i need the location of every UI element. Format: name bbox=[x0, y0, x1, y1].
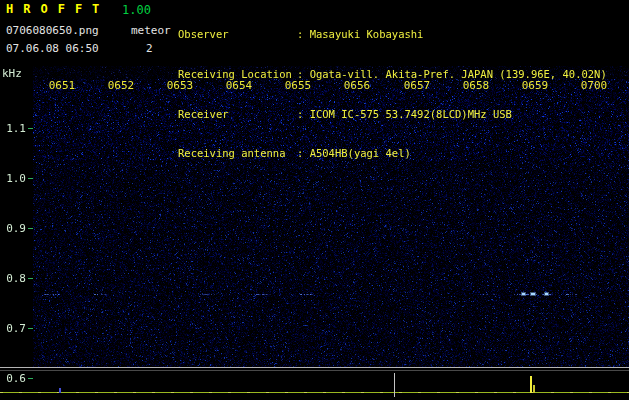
station-row-label: Receiver bbox=[178, 108, 297, 121]
freq-tick bbox=[28, 228, 33, 229]
station-row: Receiver: ICOM IC-575 53.7492(8LCD)MHz U… bbox=[178, 108, 607, 121]
freq-label: 0.9 bbox=[4, 222, 26, 235]
freq-tick bbox=[28, 278, 33, 279]
freq-tick bbox=[28, 178, 33, 179]
app-title: HROFFT bbox=[6, 2, 109, 16]
time-label: 0700 bbox=[579, 79, 609, 92]
signal-baseline bbox=[0, 392, 629, 393]
time-label: 0652 bbox=[106, 79, 136, 92]
level-spike bbox=[394, 373, 395, 397]
output-filename: 0706080650.png bbox=[6, 24, 99, 37]
freq-label: 1.1 bbox=[4, 122, 26, 135]
time-label: 0659 bbox=[520, 79, 550, 92]
freq-label: 0.7 bbox=[4, 322, 26, 335]
station-row-label: Receiving antenna bbox=[178, 147, 297, 160]
freq-label: 0.6 bbox=[4, 372, 26, 385]
time-label: 0654 bbox=[224, 79, 254, 92]
time-label: 0656 bbox=[342, 79, 372, 92]
freq-tick bbox=[28, 378, 33, 379]
station-row-value: : Masayuki Kobayashi bbox=[297, 28, 423, 40]
station-row-value: : ICOM IC-575 53.7492(8LCD)MHz USB bbox=[297, 108, 512, 120]
station-row: Observer: Masayuki Kobayashi bbox=[178, 28, 607, 41]
level-spike bbox=[530, 376, 532, 393]
freq-axis-unit: kHz bbox=[2, 67, 22, 80]
station-row: Receiving antenna: A504HB(yagi 4el) bbox=[178, 147, 607, 160]
time-label: 0653 bbox=[165, 79, 195, 92]
app-version: 1.00 bbox=[122, 3, 151, 17]
freq-label: 1.0 bbox=[4, 172, 26, 185]
freq-tick bbox=[28, 328, 33, 329]
time-label: 0651 bbox=[47, 79, 77, 92]
freq-label: 0.8 bbox=[4, 272, 26, 285]
time-label: 0657 bbox=[402, 79, 432, 92]
station-row-value: : A504HB(yagi 4el) bbox=[297, 147, 411, 159]
station-row-label: Observer bbox=[178, 28, 297, 41]
time-label: 0655 bbox=[283, 79, 313, 92]
time-label: 0658 bbox=[461, 79, 491, 92]
freq-tick bbox=[28, 128, 33, 129]
hrofft-window: HROFFT 1.00 0706080650.png meteor 07.06.… bbox=[0, 0, 629, 400]
station-info: Observer: Masayuki Kobayashi Receiving L… bbox=[178, 2, 607, 187]
meter-top-border-secondary bbox=[0, 370, 629, 371]
datetime-label: 07.06.08 06:50 bbox=[6, 42, 99, 55]
mode-label: meteor bbox=[131, 24, 171, 37]
meteor-count: 2 bbox=[146, 42, 153, 55]
meter-top-border bbox=[0, 367, 629, 368]
